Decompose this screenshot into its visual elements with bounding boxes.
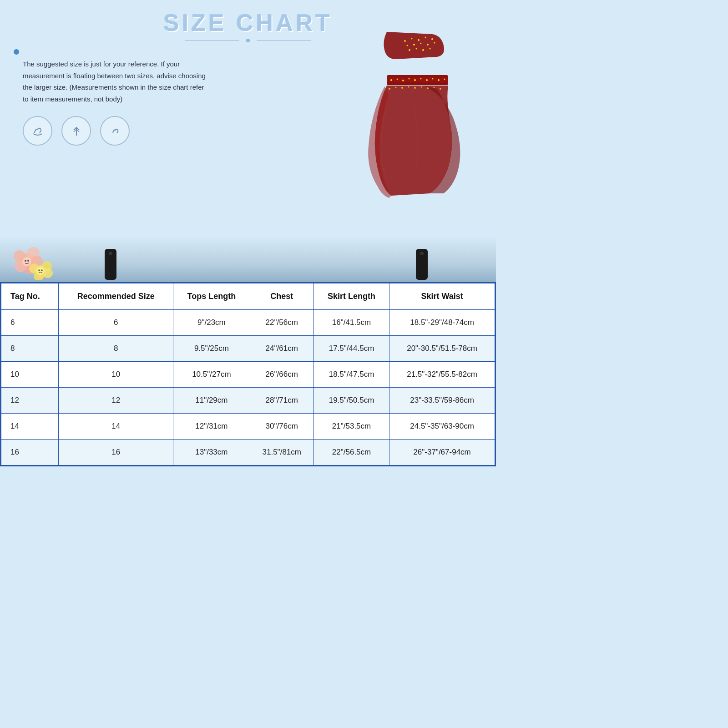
svg-point-41 [22,257,31,266]
svg-point-27 [395,87,397,88]
table-row: 161613"/33cm31.5"/81cm22"/56.5cm26"-37"/… [1,440,495,465]
svg-point-12 [422,49,424,51]
table-cell-2-5: 21.5"-32"/55.5-82cm [389,362,495,388]
col-header-tops-length: Tops Length [173,283,250,310]
svg-point-9 [434,42,435,44]
table-cell-0-1: 6 [59,310,173,336]
table-cell-4-1: 14 [59,414,173,440]
svg-point-18 [402,80,404,81]
table-row: 121211"/29cm28"/71cm19.5"/50.5cm23"-33.5… [1,388,495,414]
table-cell-5-5: 26"-37"/67-94cm [389,440,495,465]
col-header-tag: Tag No. [1,283,59,310]
svg-point-0 [404,40,406,42]
size-chart-table-container: Tag No. Recommended Size Tops Length Che… [0,282,496,466]
svg-point-24 [438,79,440,81]
hand-wash-icon [23,116,52,146]
table-cell-4-3: 30"/76cm [250,414,313,440]
svg-point-31 [421,86,422,88]
svg-point-33 [434,87,435,88]
svg-point-5 [407,45,408,46]
table-cell-1-4: 17.5"/44.5cm [313,336,389,362]
table-row: 141412"/31cm30"/76cm21"/53.5cm24.5"-35"/… [1,414,495,440]
table-cell-3-3: 28"/71cm [250,388,313,414]
svg-point-10 [409,49,410,51]
svg-point-13 [430,48,431,50]
dress-illustration [346,5,487,205]
svg-point-17 [397,79,398,80]
top-section: SIZE CHART The suggested size is just fo… [0,0,496,237]
table-cell-2-2: 10.5"/27cm [173,362,250,388]
table-cell-2-3: 26"/66cm [250,362,313,388]
svg-point-29 [408,86,410,88]
svg-point-21 [420,78,422,80]
table-cell-3-2: 11"/29cm [173,388,250,414]
title-dot [246,39,250,42]
table-cell-1-5: 20"-30.5"/51.5-78cm [389,336,495,362]
svg-point-11 [416,48,417,50]
table-cell-4-5: 24.5"-35"/63-90cm [389,414,495,440]
table-cell-5-1: 16 [59,440,173,465]
table-cell-1-0: 8 [1,336,59,362]
svg-point-51 [41,269,43,271]
col-header-skirt-length: Skirt Length [313,283,389,310]
svg-point-34 [440,88,441,90]
svg-point-30 [414,87,416,89]
bullet-icon [14,49,19,55]
title-line-left [185,40,239,41]
col-header-skirt-waist: Skirt Waist [389,283,495,310]
table-cell-1-1: 8 [59,336,173,362]
svg-point-3 [425,37,426,38]
table-cell-4-2: 12"/31cm [173,414,250,440]
title-line-right [257,40,311,41]
table-cell-5-0: 16 [1,440,59,465]
table-header-row: Tag No. Recommended Size Tops Length Che… [1,283,495,310]
table-cell-4-4: 21"/53.5cm [313,414,389,440]
table-cell-2-4: 18.5"/47.5cm [313,362,389,388]
info-text: The suggested size is just for your refe… [23,58,209,105]
svg-point-43 [27,260,29,262]
svg-point-23 [432,78,434,80]
svg-point-2 [418,39,420,41]
table-cell-4-0: 14 [1,414,59,440]
table-cell-0-3: 22"/56cm [250,310,313,336]
svg-point-1 [411,38,413,40]
svg-point-32 [427,87,429,89]
table-cell-1-2: 9.5"/25cm [173,336,250,362]
table-cell-2-0: 10 [1,362,59,388]
info-text-container: The suggested size is just for your refe… [14,49,209,105]
flower-decoration [7,239,75,280]
table-cell-3-4: 19.5"/50.5cm [313,388,389,414]
svg-point-49 [36,267,45,275]
col-header-recommended: Recommended Size [59,283,173,310]
page-title: SIZE CHART [163,9,333,36]
table-cell-3-5: 23"-33.5"/59-86cm [389,388,495,414]
svg-point-20 [414,79,416,81]
table-cell-0-5: 18.5"-29"/48-74cm [389,310,495,336]
table-cell-3-1: 12 [59,388,173,414]
table-row: 889.5"/25cm24"/61cm17.5"/44.5cm20"-30.5"… [1,336,495,362]
table-cell-0-0: 6 [1,310,59,336]
air-dry-icon [61,116,91,146]
svg-point-26 [389,88,390,90]
svg-point-28 [401,87,403,89]
table-cell-3-0: 12 [1,388,59,414]
size-chart-table: Tag No. Recommended Size Tops Length Che… [1,283,495,465]
svg-point-22 [426,79,428,81]
table-cell-5-2: 13"/33cm [173,440,250,465]
svg-point-19 [409,78,410,80]
gentle-wash-icon [100,116,130,146]
svg-point-50 [38,269,40,271]
svg-point-7 [420,43,422,44]
transition-area [0,237,496,282]
table-row: 101010.5"/27cm26"/66cm18.5"/47.5cm21.5"-… [1,362,495,388]
table-cell-2-1: 10 [59,362,173,388]
svg-point-16 [390,79,392,81]
table-row: 669"/23cm22"/56cm16"/41.5cm18.5"-29"/48-… [1,310,495,336]
svg-point-6 [413,44,415,46]
svg-point-42 [25,260,26,262]
table-cell-5-3: 31.5"/81cm [250,440,313,465]
table-cell-5-4: 22"/56.5cm [313,440,389,465]
table-cell-0-2: 9"/23cm [173,310,250,336]
table-cell-0-4: 16"/41.5cm [313,310,389,336]
col-header-chest: Chest [250,283,313,310]
